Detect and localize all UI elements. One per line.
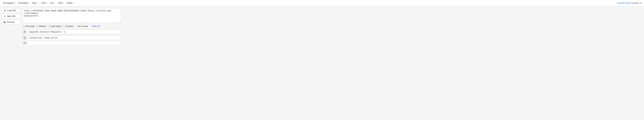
sidebar-buttons: ⬆ Load URL ✂ Split URL ▶ Execute: [2, 8, 21, 44]
nav-xxe[interactable]: XXE ▾: [56, 1, 65, 5]
navbar: Encryption ▾ Encoding ▾ SQL ▾ XSS ▾ LFI …: [0, 0, 644, 6]
commit-now-link[interactable]: Commit now!: [617, 2, 630, 4]
nav-menu: Encryption ▾ Encoding ▾ SQL ▾ XSS ▾ LFI …: [2, 1, 75, 5]
main-content: ⬆ Load URL ✂ Split URL ▶ Execute http://…: [0, 6, 644, 46]
execute-button[interactable]: ▶ Execute: [2, 20, 21, 24]
url-input[interactable]: http://48f46192-336e-48a0-a680-94fb22920…: [23, 8, 121, 23]
referer-label: Referer: [39, 25, 46, 28]
user-agent-checkbox-label[interactable]: User Agent: [48, 25, 62, 28]
clear-all-label: Clear All: [92, 25, 100, 28]
header-input-0[interactable]: [28, 30, 121, 34]
post-data-checkbox-label[interactable]: Post data: [23, 25, 34, 28]
header-row-1: H: [23, 36, 121, 40]
split-url-button[interactable]: ✂ Split URL: [2, 14, 21, 19]
nav-encryption[interactable]: Encryption ▾: [2, 1, 16, 5]
navbar-right: Commit now! HackBar v2: [617, 2, 642, 4]
nav-encoding-label: Encoding: [18, 2, 28, 4]
header-badge-1: H: [23, 36, 26, 40]
nav-sql-caret: ▾: [37, 2, 38, 4]
post-data-checkbox[interactable]: [23, 25, 25, 28]
nav-xss-label: XSS: [41, 2, 46, 4]
referer-checkbox-label[interactable]: Referer: [36, 25, 46, 28]
split-url-label: Split URL: [7, 15, 16, 18]
load-url-button[interactable]: ⬆ Load URL: [2, 8, 21, 13]
nav-sql[interactable]: SQL ▾: [31, 1, 40, 5]
cookies-checkbox-label[interactable]: Cookies: [63, 25, 74, 28]
nav-other-caret: ▾: [73, 2, 74, 4]
header-row-2: H: [23, 41, 121, 44]
options-row: Post data Referer User Agent Cookies Add…: [23, 24, 642, 28]
nav-xxe-label: XXE: [58, 2, 62, 4]
execute-label: Execute: [7, 21, 14, 23]
add-header-button[interactable]: Add Header: [75, 24, 90, 28]
load-url-label: Load URL: [7, 9, 16, 12]
nav-encryption-caret: ▾: [14, 2, 15, 4]
nav-lfi-caret: ▾: [54, 2, 55, 4]
nav-xss-caret: ▾: [46, 2, 47, 4]
load-url-icon: ⬆: [4, 9, 6, 12]
execute-icon: ▶: [4, 21, 6, 24]
add-header-label: Add Header: [77, 25, 88, 28]
hackbar-version: HackBar v2: [630, 2, 642, 4]
header-input-1[interactable]: [28, 36, 121, 40]
nav-other[interactable]: Other ▾: [66, 1, 75, 5]
header-row-0: H: [23, 30, 121, 34]
header-input-2[interactable]: [28, 41, 121, 44]
nav-other-label: Other: [67, 2, 72, 4]
nav-xss[interactable]: XSS ▾: [40, 1, 48, 5]
header-badge-2: H: [23, 41, 26, 44]
header-badge-0: H: [23, 30, 26, 34]
main-area: http://48f46192-336e-48a0-a680-94fb22920…: [23, 8, 642, 44]
cookies-label: Cookies: [66, 25, 74, 28]
nav-encoding[interactable]: Encoding ▾: [17, 1, 30, 5]
referer-checkbox[interactable]: [36, 25, 38, 28]
nav-sql-label: SQL: [32, 2, 37, 4]
nav-encoding-caret: ▾: [28, 2, 29, 4]
split-url-icon: ✂: [4, 15, 6, 18]
nav-xxe-caret: ▾: [63, 2, 64, 4]
nav-lfi-label: LFI: [50, 2, 54, 4]
nav-lfi[interactable]: LFI ▾: [49, 1, 56, 5]
nav-encryption-label: Encryption: [4, 2, 14, 4]
user-agent-label: User Agent: [51, 25, 62, 28]
cookies-checkbox[interactable]: [63, 25, 65, 28]
user-agent-checkbox[interactable]: [48, 25, 50, 28]
clear-all-button[interactable]: Clear All: [92, 25, 100, 28]
post-data-label: Post data: [26, 25, 34, 28]
